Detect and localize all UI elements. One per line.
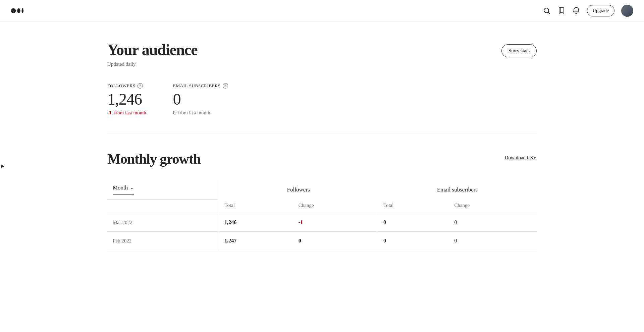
side-arrow[interactable]: ▶: [0, 161, 5, 171]
followers-change-subheader: Change: [293, 199, 378, 213]
header-right: Upgrade: [543, 5, 633, 17]
page-subtitle: Updated daily: [107, 61, 198, 67]
followers-change-num: -1: [107, 110, 112, 115]
email-label: EMAIL SUBSCRIBERS ?: [173, 83, 228, 89]
page-header: Your audience Updated daily Story stats: [107, 42, 537, 67]
followers-change-cell: 0: [293, 232, 378, 250]
story-stats-button[interactable]: Story stats: [501, 44, 537, 57]
email-subscribers-stat: EMAIL SUBSCRIBERS ? 0 0 from last month: [173, 83, 228, 116]
page-title-section: Your audience Updated daily: [107, 42, 198, 67]
divider: [107, 132, 537, 132]
bookmarks-icon[interactable]: [557, 7, 566, 15]
month-group-header: Month ⌄: [107, 180, 219, 200]
month-cell: Feb 2022: [107, 232, 219, 250]
email-total-subheader: Total: [378, 199, 449, 213]
followers-change-text: from last month: [114, 110, 146, 115]
followers-value: 1,246: [107, 91, 146, 107]
growth-table: Month ⌄ Followers Email subscribers Tota…: [107, 180, 537, 251]
email-change: 0 from last month: [173, 110, 228, 116]
main-content: Your audience Updated daily Story stats …: [80, 21, 564, 270]
medium-logo[interactable]: [11, 7, 24, 15]
page-title: Your audience: [107, 42, 198, 59]
followers-stat: FOLLOWERS ? 1,246 -1 from last month: [107, 83, 146, 116]
followers-total-subheader: Total: [219, 199, 293, 213]
email-change-subheader: Change: [449, 199, 537, 213]
followers-total-cell: 1,246: [219, 213, 293, 232]
followers-label: FOLLOWERS ?: [107, 83, 146, 89]
monthly-growth-title: Monthly growth: [107, 151, 201, 167]
followers-change: -1 from last month: [107, 110, 146, 116]
month-col-label: Month: [113, 184, 128, 191]
avatar[interactable]: [621, 5, 633, 17]
email-info-icon[interactable]: ?: [223, 83, 228, 89]
followers-total-cell: 1,247: [219, 232, 293, 250]
followers-change-cell: -1: [293, 213, 378, 232]
month-sort-button[interactable]: Month ⌄: [113, 184, 134, 195]
stats-section: FOLLOWERS ? 1,246 -1 from last month EMA…: [107, 83, 537, 116]
notifications-icon[interactable]: [572, 7, 580, 15]
upgrade-button[interactable]: Upgrade: [587, 5, 614, 16]
download-csv-button[interactable]: Download CSV: [505, 155, 537, 161]
table-row: Mar 2022 1,246 -1 0 0: [107, 213, 537, 232]
email-change-cell: 0: [449, 213, 537, 232]
email-total-cell: 0: [378, 232, 449, 250]
table-row: Feb 2022 1,247 0 0 0: [107, 232, 537, 250]
month-cell: Mar 2022: [107, 213, 219, 232]
chevron-down-icon: ⌄: [130, 185, 134, 190]
svg-point-2: [21, 8, 23, 13]
email-change-num: 0: [173, 110, 176, 115]
header: Upgrade: [0, 0, 644, 21]
header-left: [11, 7, 24, 15]
table-body: Mar 2022 1,246 -1 0 0 Feb 2022 1,247 0 0…: [107, 213, 537, 250]
month-subheader: [107, 199, 219, 213]
email-value: 0: [173, 91, 228, 107]
followers-info-icon[interactable]: ?: [138, 83, 143, 89]
email-change-text: from last month: [178, 110, 210, 115]
email-group-header: Email subscribers: [378, 180, 537, 200]
email-total-cell: 0: [378, 213, 449, 232]
svg-line-4: [548, 12, 550, 14]
search-icon[interactable]: [543, 7, 551, 15]
followers-group-header: Followers: [219, 180, 378, 200]
email-change-cell: 0: [449, 232, 537, 250]
table-group-header-row: Month ⌄ Followers Email subscribers: [107, 180, 537, 200]
table-subheader-row: Total Change Total Change: [107, 199, 537, 213]
growth-header: Monthly growth Download CSV: [107, 151, 537, 167]
svg-point-0: [11, 8, 16, 13]
svg-point-1: [17, 8, 20, 13]
